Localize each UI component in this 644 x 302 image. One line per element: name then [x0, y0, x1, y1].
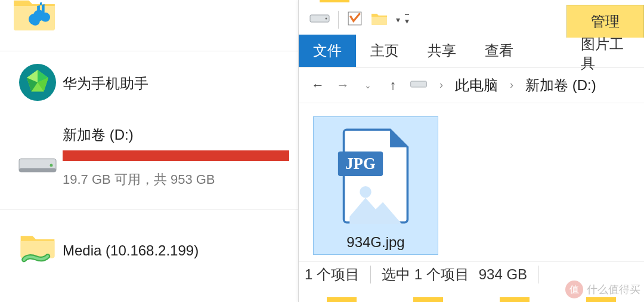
nav-label-drive: 新加卷 (D:) — [63, 125, 304, 144]
qat-dropdown-icon[interactable]: ▾ — [405, 14, 409, 26]
drive-storage-text: 19.7 GB 可用，共 953 GB — [63, 171, 304, 189]
music-folder-icon[interactable] — [12, 0, 57, 36]
ribbon-tabs: 文件 主页 共享 查看 图片工具 — [299, 35, 644, 67]
divider — [370, 266, 371, 283]
nav-recent-dropdown[interactable]: ⌄ — [360, 81, 376, 90]
chevron-right-icon[interactable]: › — [439, 79, 443, 91]
tab-label: 图片工具 — [581, 35, 630, 73]
hisuite-icon — [19, 64, 56, 103]
tab-label: 查看 — [485, 41, 513, 60]
status-selection-size: 934 GB — [479, 266, 527, 283]
svg-point-7 — [326, 18, 327, 20]
storage-usage-bar — [63, 150, 289, 161]
watermark-text: 什么值得买 — [587, 282, 640, 297]
jpg-file-icon: JPG — [331, 125, 420, 229]
nav-label-media: Media (10.168.2.199) — [63, 242, 304, 259]
ribbon-tab-share[interactable]: 共享 — [413, 35, 470, 67]
manage-tab-label: 管理 — [591, 12, 620, 31]
properties-icon[interactable] — [347, 11, 363, 29]
svg-rect-4 — [19, 168, 56, 172]
nav-label-hisuite: 华为手机助手 — [63, 74, 304, 93]
file-item-selected[interactable]: JPG 934G.jpg — [313, 116, 438, 255]
file-name-label: 934G.jpg — [346, 234, 404, 251]
folder-icon[interactable] — [371, 11, 388, 28]
ribbon-tab-view[interactable]: 查看 — [470, 35, 528, 67]
hard-drive-icon — [17, 148, 58, 180]
nav-item-hisuite[interactable]: 华为手机助手 — [0, 60, 304, 107]
divider — [0, 209, 304, 209]
file-list-area[interactable]: JPG 934G.jpg — [299, 103, 644, 261]
quick-access-toolbar: ▾ ▾ 管理 — [299, 5, 644, 35]
explorer-window: ▾ ▾ 管理 文件 主页 共享 查看 图片工具 ← → ⌄ ↑ › 此电脑 › … — [298, 0, 644, 302]
watermark-badge: 值 — [565, 281, 583, 298]
ribbon-tab-picture-tools[interactable]: 图片工具 — [566, 35, 644, 73]
divider — [0, 51, 304, 51]
divider — [338, 11, 339, 29]
watermark: 值 什么值得买 — [565, 281, 640, 298]
tab-label: 共享 — [428, 41, 456, 60]
navigation-pane: 华为手机助手 新加卷 (D:) 19.7 GB 可用，共 953 GB — [0, 0, 304, 302]
nav-forward-button[interactable]: → — [335, 78, 351, 93]
chevron-right-icon[interactable]: › — [510, 79, 513, 91]
svg-point-0 — [30, 16, 40, 26]
breadcrumb-this-pc[interactable]: 此电脑 — [455, 76, 498, 95]
tab-label: 主页 — [370, 41, 399, 60]
window-top-edge — [299, 0, 644, 5]
svg-text:JPG: JPG — [345, 155, 376, 172]
nav-up-button[interactable]: ↑ — [385, 78, 401, 93]
ribbon-tab-file[interactable]: 文件 — [299, 35, 356, 67]
tab-label: 文件 — [313, 41, 342, 60]
svg-point-5 — [49, 164, 52, 167]
network-folder-icon — [17, 229, 58, 272]
hard-drive-icon — [410, 78, 428, 93]
status-item-count: 1 个项目 — [305, 265, 360, 284]
address-bar: ← → ⌄ ↑ › 此电脑 › 新加卷 (D:) — [299, 67, 644, 103]
status-selection-count: 选中 1 个项目 — [382, 265, 469, 284]
svg-rect-9 — [411, 81, 427, 87]
svg-point-12 — [360, 186, 371, 198]
nav-item-drive-d[interactable]: 新加卷 (D:) 19.7 GB 可用，共 953 GB — [0, 125, 304, 203]
qat-overflow-icon[interactable]: ▾ — [396, 15, 400, 24]
nav-item-network-media[interactable]: Media (10.168.2.199) — [0, 224, 304, 278]
hard-drive-icon — [309, 11, 330, 28]
breadcrumb-drive[interactable]: 新加卷 (D:) — [525, 76, 596, 95]
divider — [538, 266, 538, 283]
ribbon-tab-home[interactable]: 主页 — [356, 35, 413, 67]
nav-back-button[interactable]: ← — [309, 78, 326, 93]
ribbon-context-tab-manage[interactable]: 管理 — [566, 5, 644, 38]
svg-point-1 — [41, 13, 50, 22]
